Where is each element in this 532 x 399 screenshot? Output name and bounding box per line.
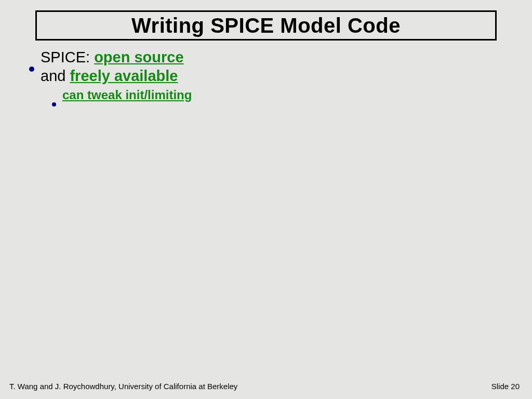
link-freely-available: freely available [70,68,178,84]
sub-bullet-text-1: can tweak init/limiting [62,88,192,102]
bullet-text-1: SPICE: open source and freely available [41,48,184,86]
footer-authors: T. Wang and J. Roychowdhury, University … [9,382,237,391]
bullet-item-1: SPICE: open source and freely available [29,48,192,86]
slide-title: Writing SPICE Model Code [131,14,401,37]
footer-slide-number: Slide 20 [491,382,520,391]
link-open-source: open source [94,49,183,65]
sub-bullet-item-1: can tweak init/limiting [52,88,192,102]
title-box: Writing SPICE Model Code [35,10,497,41]
bullet-mid: and [41,68,70,84]
content-area: SPICE: open source and freely available … [29,48,192,102]
bullet-icon [29,66,34,72]
bullet-icon [52,102,56,107]
footer: T. Wang and J. Roychowdhury, University … [9,382,520,391]
bullet-prefix: SPICE: [41,49,94,65]
